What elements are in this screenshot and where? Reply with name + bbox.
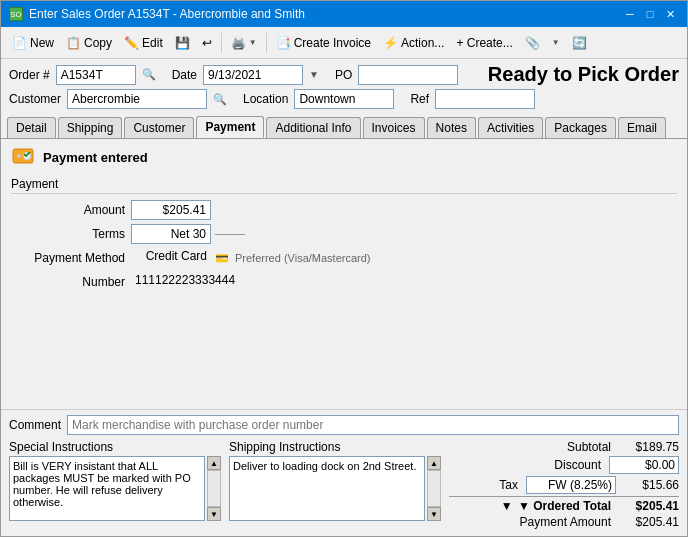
maximize-button[interactable]: □ <box>641 6 659 22</box>
tab-packages[interactable]: Packages <box>545 117 616 138</box>
shipping-instructions-scrollbar[interactable]: ▲ ▼ <box>427 456 441 521</box>
tab-activities[interactable]: Activities <box>478 117 543 138</box>
subtotal-row: Subtotal $189.75 <box>449 440 679 454</box>
undo-button[interactable]: ↩ <box>197 34 217 52</box>
comment-row: Comment <box>9 415 679 435</box>
comment-label: Comment <box>9 418 61 432</box>
instructions-row: Special Instructions Bill is VERY insist… <box>9 440 441 521</box>
date-dropdown-arrow[interactable]: ▼ <box>309 69 319 80</box>
new-button[interactable]: 📄 New <box>7 34 59 52</box>
discount-row: Discount <box>449 456 679 474</box>
bottom-area: Comment Special Instructions Bill is VER… <box>1 409 687 536</box>
date-input[interactable] <box>203 65 303 85</box>
shipping-instructions-label: Shipping Instructions <box>229 440 441 454</box>
special-instructions-section: Special Instructions Bill is VERY insist… <box>9 440 221 521</box>
copy-icon: 📋 <box>66 36 81 50</box>
attach-dropdown-button[interactable]: ▼ <box>547 36 565 49</box>
scroll-track[interactable] <box>207 470 221 507</box>
title-bar-left: SO Enter Sales Order A1534T - Abercrombi… <box>9 7 305 21</box>
ordered-total-row: ▼ ▼ Ordered Total $205.41 <box>449 499 679 513</box>
attach-dropdown-arrow: ▼ <box>552 38 560 47</box>
order-search-button[interactable]: 🔍 <box>142 68 156 81</box>
window-title: Enter Sales Order A1534T - Abercrombie a… <box>29 7 305 21</box>
customer-label: Customer <box>9 92 61 106</box>
terms-input[interactable] <box>131 224 211 244</box>
refresh-button[interactable]: 🔄 <box>567 34 592 52</box>
subtotal-value: $189.75 <box>619 440 679 454</box>
copy-button[interactable]: 📋 Copy <box>61 34 117 52</box>
close-button[interactable]: ✕ <box>661 6 679 22</box>
tax-label: Tax <box>449 478 526 492</box>
special-instructions-textarea[interactable]: Bill is VERY insistant that ALL packages… <box>9 456 205 521</box>
action-button[interactable]: ⚡ Action... <box>378 34 449 52</box>
scroll-up-arrow[interactable]: ▲ <box>207 456 221 470</box>
app-icon: SO <box>9 7 23 21</box>
ordered-total-dropdown-icon: ▼ <box>501 499 513 513</box>
customer-input[interactable] <box>67 89 207 109</box>
title-bar-controls: ─ □ ✕ <box>621 6 679 22</box>
comment-input[interactable] <box>67 415 679 435</box>
special-instructions-scrollbar[interactable]: ▲ ▼ <box>207 456 221 521</box>
save-button[interactable]: 💾 <box>170 34 195 52</box>
shipping-scroll-down[interactable]: ▼ <box>427 507 441 521</box>
sep1 <box>221 33 222 53</box>
shipping-scroll-track[interactable] <box>427 470 441 507</box>
create-invoice-button[interactable]: 📑 Create Invoice <box>271 34 376 52</box>
payment-amount-label: Payment Amount <box>449 515 619 529</box>
minimize-button[interactable]: ─ <box>621 6 639 22</box>
po-label: PO <box>335 68 352 82</box>
print-button[interactable]: 🖨️ ▼ <box>226 34 262 52</box>
tab-email[interactable]: Email <box>618 117 666 138</box>
payment-title: Payment entered <box>43 150 148 165</box>
check-icon <box>11 145 35 169</box>
toolbar: 📄 New 📋 Copy ✏️ Edit 💾 ↩ 🖨️ ▼ 📑 Create I… <box>1 27 687 59</box>
method-label: Payment Method <box>31 251 131 265</box>
totals-section: Subtotal $189.75 Discount Tax $15.66 <box>449 440 679 531</box>
location-input[interactable] <box>294 89 394 109</box>
po-input[interactable] <box>358 65 458 85</box>
discount-label: Discount <box>449 458 609 472</box>
payment-amount-row: Payment Amount $205.41 <box>449 515 679 529</box>
tab-payment[interactable]: Payment <box>196 116 264 138</box>
svg-point-2 <box>17 154 21 158</box>
number-value: 111122223333444 <box>131 272 271 292</box>
terms-row: Terms <box>31 224 677 244</box>
bottom-sections: Special Instructions Bill is VERY insist… <box>9 440 679 531</box>
sep2 <box>266 33 267 53</box>
discount-input[interactable] <box>609 456 679 474</box>
method-value: Credit Card <box>131 248 211 268</box>
amount-input[interactable] <box>131 200 211 220</box>
attach-icon: 📎 <box>525 36 540 50</box>
print-icon: 🖨️ <box>231 36 246 50</box>
shipping-instructions-section: Shipping Instructions Deliver to loading… <box>229 440 441 521</box>
method-row: Payment Method Credit Card 💳 Preferred (… <box>31 248 677 268</box>
new-icon: 📄 <box>12 36 27 50</box>
customer-search-button[interactable]: 🔍 <box>213 93 227 106</box>
attach-button[interactable]: 📎 <box>520 34 545 52</box>
tab-shipping[interactable]: Shipping <box>58 117 123 138</box>
edit-button[interactable]: ✏️ Edit <box>119 34 168 52</box>
shipping-instructions-wrapper: Deliver to loading dock on 2nd Street. ▲… <box>229 456 441 521</box>
tab-notes[interactable]: Notes <box>427 117 476 138</box>
subtotal-label: Subtotal <box>449 440 619 454</box>
title-bar: SO Enter Sales Order A1534T - Abercrombi… <box>1 1 687 27</box>
tax-code-input[interactable] <box>526 476 616 494</box>
tab-additional-info[interactable]: Additional Info <box>266 117 360 138</box>
tab-invoices[interactable]: Invoices <box>363 117 425 138</box>
ref-input[interactable] <box>435 89 535 109</box>
tab-customer[interactable]: Customer <box>124 117 194 138</box>
invoice-icon: 📑 <box>276 36 291 50</box>
totals-divider <box>449 496 679 497</box>
create-button[interactable]: + Create... <box>451 34 517 52</box>
content-area: Payment entered Payment Amount Terms Pay… <box>1 139 687 409</box>
number-label: Number <box>31 275 131 289</box>
tab-detail[interactable]: Detail <box>7 117 56 138</box>
scroll-down-arrow[interactable]: ▼ <box>207 507 221 521</box>
tax-row: Tax $15.66 <box>449 476 679 494</box>
order-input[interactable] <box>56 65 136 85</box>
tax-code-wrapper: $15.66 <box>526 476 679 494</box>
shipping-instructions-textarea[interactable]: Deliver to loading dock on 2nd Street. <box>229 456 425 521</box>
ordered-total-label[interactable]: ▼ ▼ Ordered Total <box>449 499 619 513</box>
shipping-scroll-up[interactable]: ▲ <box>427 456 441 470</box>
action-icon: ⚡ <box>383 36 398 50</box>
